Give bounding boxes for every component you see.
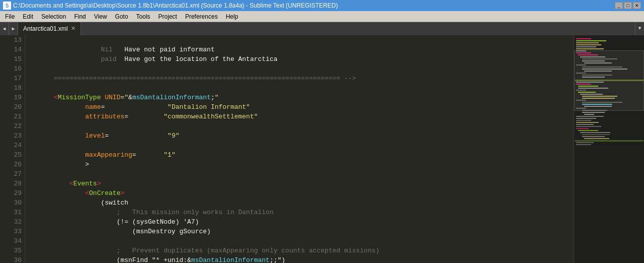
menu-goto[interactable]: Goto: [111, 11, 132, 22]
line-num-15: 15: [0, 54, 22, 64]
line-num-19: 19: [0, 93, 22, 102]
svg-rect-49: [584, 138, 609, 139]
minimize-button[interactable]: _: [615, 2, 623, 9]
tab-bar: ◀ ▶ Antarctica01.xml ✕ ▼: [0, 22, 644, 35]
line-num-30: 30: [0, 198, 22, 208]
code-line-24: maxAppearing= "1": [30, 141, 574, 150]
svg-rect-51: [576, 142, 594, 143]
tab-dropdown-button[interactable]: ▼: [635, 22, 644, 35]
line-num-36: 36: [0, 255, 22, 263]
svg-rect-36: [582, 112, 605, 113]
menu-find[interactable]: Find: [70, 11, 90, 22]
title-bar-title: C:\Documents and Settings\a\Desktop\Sour…: [13, 2, 338, 9]
line-num-21: 21: [0, 112, 22, 121]
svg-rect-4: [576, 46, 596, 47]
code-line-28: <OnCreate>: [30, 179, 574, 188]
line-num-32: 32: [0, 217, 22, 227]
menu-selection[interactable]: Selection: [37, 11, 70, 22]
tab-scroll-right[interactable]: ▶: [9, 22, 18, 35]
code-line-16: ========================================…: [30, 64, 574, 74]
menu-edit[interactable]: Edit: [19, 11, 37, 22]
menu-view[interactable]: View: [90, 11, 111, 22]
title-bar-left: S C:\Documents and Settings\a\Desktop\So…: [3, 2, 338, 10]
svg-rect-48: [582, 136, 605, 137]
svg-rect-41: [576, 122, 599, 123]
line-num-26: 26: [0, 160, 22, 169]
menu-preferences[interactable]: Preferences: [181, 11, 222, 22]
code-line-34: ; Prevent duplicates (maxAppearing only …: [30, 236, 574, 246]
svg-rect-38: [576, 116, 604, 117]
code-area[interactable]: Nil Have not paid informant paid Have go…: [25, 35, 574, 263]
menu-file[interactable]: File: [1, 11, 19, 22]
svg-rect-2: [576, 42, 599, 43]
svg-rect-45: [578, 130, 598, 131]
tab-label: Antarctica01.xml: [23, 25, 68, 32]
line-num-13: 13: [0, 35, 22, 45]
svg-rect-0: [576, 38, 591, 39]
line-num-18: 18: [0, 83, 22, 93]
line-num-33: 33: [0, 227, 22, 236]
maximize-button[interactable]: □: [624, 2, 632, 9]
line-num-25: 25: [0, 150, 22, 160]
editor-container: 13 14 15 16 17 18 19 20 21 22 23 24 25 2…: [0, 35, 644, 263]
svg-rect-1: [576, 40, 606, 41]
close-button[interactable]: ✕: [633, 2, 641, 9]
menu-bar: File Edit Selection Find View Goto Tools…: [0, 11, 644, 22]
line-num-31: 31: [0, 208, 22, 217]
code-line-27: <Events>: [30, 169, 574, 179]
svg-rect-3: [576, 44, 601, 45]
svg-rect-52: [576, 144, 591, 145]
line-num-27: 27: [0, 169, 22, 179]
line-num-35: 35: [0, 246, 22, 255]
svg-rect-37: [584, 114, 594, 115]
line-num-24: 24: [0, 141, 22, 150]
menu-project[interactable]: Project: [154, 11, 181, 22]
line-numbers: 13 14 15 16 17 18 19 20 21 22 23 24 25 2…: [0, 35, 25, 263]
code-line-18: <MissionType UNID="&msDantalionInformant…: [30, 83, 574, 93]
svg-rect-39: [576, 118, 596, 119]
svg-rect-44: [576, 128, 589, 129]
code-line-26: [30, 160, 574, 169]
line-num-23: 23: [0, 131, 22, 141]
line-num-16: 16: [0, 64, 22, 74]
line-num-17: 17: [0, 74, 22, 83]
menu-help[interactable]: Help: [222, 11, 243, 22]
tab-scroll-left[interactable]: ◀: [0, 22, 9, 35]
title-bar: S C:\Documents and Settings\a\Desktop\So…: [0, 0, 644, 11]
line-num-20: 20: [0, 102, 22, 112]
tab-close-button[interactable]: ✕: [71, 25, 75, 32]
line-num-22: 22: [0, 121, 22, 131]
svg-rect-50: [575, 140, 643, 142]
svg-rect-5: [576, 48, 604, 49]
title-bar-controls[interactable]: _ □ ✕: [615, 2, 641, 9]
minimap[interactable]: [574, 35, 644, 263]
svg-rect-46: [580, 132, 610, 133]
line-num-14: 14: [0, 45, 22, 54]
svg-rect-43: [576, 126, 601, 127]
line-num-34: 34: [0, 236, 22, 246]
code-line-22: level= "9": [30, 121, 574, 131]
line-num-29: 29: [0, 188, 22, 198]
app-icon: S: [3, 2, 11, 10]
svg-rect-47: [582, 134, 610, 135]
line-num-28: 28: [0, 179, 22, 188]
code-line-13: Nil Have not paid informant: [30, 35, 574, 45]
tab-spacer: [81, 22, 635, 35]
svg-rect-40: [576, 120, 591, 121]
svg-rect-42: [576, 124, 594, 125]
menu-tools[interactable]: Tools: [132, 11, 154, 22]
minimap-viewport: [574, 50, 644, 111]
tab-antarctica01[interactable]: Antarctica01.xml ✕: [18, 22, 81, 35]
